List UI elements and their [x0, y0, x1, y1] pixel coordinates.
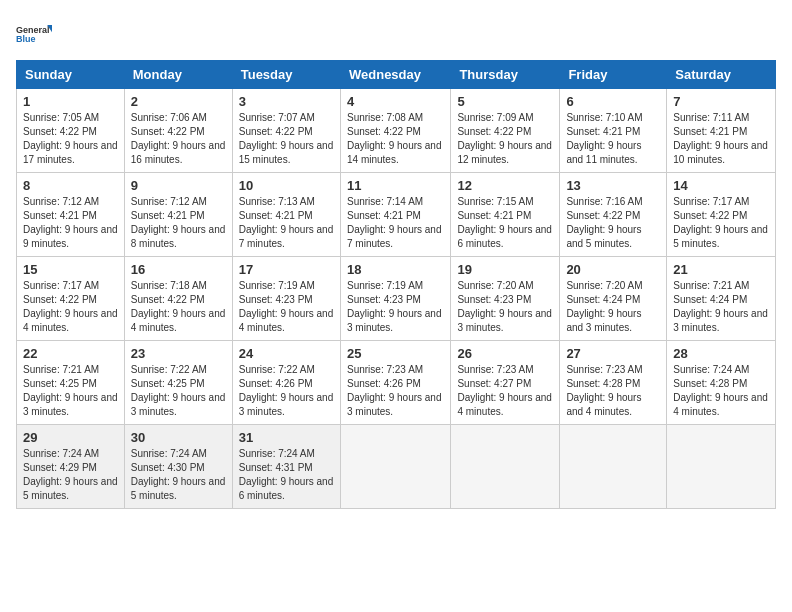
calendar-header-row: SundayMondayTuesdayWednesdayThursdayFrid…: [17, 61, 776, 89]
col-header-saturday: Saturday: [667, 61, 776, 89]
day-info: Sunrise: 7:23 AMSunset: 4:28 PMDaylight:…: [566, 363, 660, 419]
day-info: Sunrise: 7:08 AMSunset: 4:22 PMDaylight:…: [347, 111, 444, 167]
calendar-week-4: 22Sunrise: 7:21 AMSunset: 4:25 PMDayligh…: [17, 341, 776, 425]
calendar-cell: [340, 425, 450, 509]
day-number: 29: [23, 430, 118, 445]
calendar-cell: 15Sunrise: 7:17 AMSunset: 4:22 PMDayligh…: [17, 257, 125, 341]
day-info: Sunrise: 7:19 AMSunset: 4:23 PMDaylight:…: [239, 279, 334, 335]
col-header-wednesday: Wednesday: [340, 61, 450, 89]
day-info: Sunrise: 7:12 AMSunset: 4:21 PMDaylight:…: [23, 195, 118, 251]
day-number: 25: [347, 346, 444, 361]
calendar-week-5: 29Sunrise: 7:24 AMSunset: 4:29 PMDayligh…: [17, 425, 776, 509]
calendar-cell: 2Sunrise: 7:06 AMSunset: 4:22 PMDaylight…: [124, 89, 232, 173]
calendar-cell: 6Sunrise: 7:10 AMSunset: 4:21 PMDaylight…: [560, 89, 667, 173]
calendar-cell: 30Sunrise: 7:24 AMSunset: 4:30 PMDayligh…: [124, 425, 232, 509]
calendar-cell: 23Sunrise: 7:22 AMSunset: 4:25 PMDayligh…: [124, 341, 232, 425]
day-number: 30: [131, 430, 226, 445]
calendar-cell: 14Sunrise: 7:17 AMSunset: 4:22 PMDayligh…: [667, 173, 776, 257]
day-info: Sunrise: 7:19 AMSunset: 4:23 PMDaylight:…: [347, 279, 444, 335]
day-info: Sunrise: 7:06 AMSunset: 4:22 PMDaylight:…: [131, 111, 226, 167]
day-number: 6: [566, 94, 660, 109]
calendar: SundayMondayTuesdayWednesdayThursdayFrid…: [16, 60, 776, 509]
day-info: Sunrise: 7:23 AMSunset: 4:27 PMDaylight:…: [457, 363, 553, 419]
day-number: 26: [457, 346, 553, 361]
day-info: Sunrise: 7:12 AMSunset: 4:21 PMDaylight:…: [131, 195, 226, 251]
day-info: Sunrise: 7:17 AMSunset: 4:22 PMDaylight:…: [673, 195, 769, 251]
calendar-week-2: 8Sunrise: 7:12 AMSunset: 4:21 PMDaylight…: [17, 173, 776, 257]
day-number: 21: [673, 262, 769, 277]
calendar-cell: 24Sunrise: 7:22 AMSunset: 4:26 PMDayligh…: [232, 341, 340, 425]
col-header-friday: Friday: [560, 61, 667, 89]
calendar-cell: 19Sunrise: 7:20 AMSunset: 4:23 PMDayligh…: [451, 257, 560, 341]
svg-text:Blue: Blue: [16, 34, 36, 44]
day-info: Sunrise: 7:24 AMSunset: 4:28 PMDaylight:…: [673, 363, 769, 419]
calendar-cell: 20Sunrise: 7:20 AMSunset: 4:24 PMDayligh…: [560, 257, 667, 341]
day-info: Sunrise: 7:05 AMSunset: 4:22 PMDaylight:…: [23, 111, 118, 167]
day-info: Sunrise: 7:21 AMSunset: 4:24 PMDaylight:…: [673, 279, 769, 335]
page-container: General Blue SundayMondayTuesdayWednesda…: [16, 16, 776, 509]
logo-icon: General Blue: [16, 16, 52, 52]
day-info: Sunrise: 7:14 AMSunset: 4:21 PMDaylight:…: [347, 195, 444, 251]
day-info: Sunrise: 7:22 AMSunset: 4:26 PMDaylight:…: [239, 363, 334, 419]
col-header-tuesday: Tuesday: [232, 61, 340, 89]
day-info: Sunrise: 7:17 AMSunset: 4:22 PMDaylight:…: [23, 279, 118, 335]
day-number: 5: [457, 94, 553, 109]
day-info: Sunrise: 7:23 AMSunset: 4:26 PMDaylight:…: [347, 363, 444, 419]
calendar-cell: 22Sunrise: 7:21 AMSunset: 4:25 PMDayligh…: [17, 341, 125, 425]
day-number: 23: [131, 346, 226, 361]
day-number: 7: [673, 94, 769, 109]
day-number: 16: [131, 262, 226, 277]
calendar-cell: 29Sunrise: 7:24 AMSunset: 4:29 PMDayligh…: [17, 425, 125, 509]
day-number: 27: [566, 346, 660, 361]
calendar-cell: 9Sunrise: 7:12 AMSunset: 4:21 PMDaylight…: [124, 173, 232, 257]
calendar-cell: 26Sunrise: 7:23 AMSunset: 4:27 PMDayligh…: [451, 341, 560, 425]
day-info: Sunrise: 7:13 AMSunset: 4:21 PMDaylight:…: [239, 195, 334, 251]
calendar-cell: 4Sunrise: 7:08 AMSunset: 4:22 PMDaylight…: [340, 89, 450, 173]
day-number: 12: [457, 178, 553, 193]
calendar-cell: 18Sunrise: 7:19 AMSunset: 4:23 PMDayligh…: [340, 257, 450, 341]
calendar-cell: 10Sunrise: 7:13 AMSunset: 4:21 PMDayligh…: [232, 173, 340, 257]
day-info: Sunrise: 7:21 AMSunset: 4:25 PMDaylight:…: [23, 363, 118, 419]
calendar-cell: 28Sunrise: 7:24 AMSunset: 4:28 PMDayligh…: [667, 341, 776, 425]
day-number: 20: [566, 262, 660, 277]
day-info: Sunrise: 7:18 AMSunset: 4:22 PMDaylight:…: [131, 279, 226, 335]
calendar-cell: 27Sunrise: 7:23 AMSunset: 4:28 PMDayligh…: [560, 341, 667, 425]
day-number: 22: [23, 346, 118, 361]
calendar-cell: [667, 425, 776, 509]
calendar-cell: 8Sunrise: 7:12 AMSunset: 4:21 PMDaylight…: [17, 173, 125, 257]
day-number: 18: [347, 262, 444, 277]
calendar-cell: 5Sunrise: 7:09 AMSunset: 4:22 PMDaylight…: [451, 89, 560, 173]
day-info: Sunrise: 7:11 AMSunset: 4:21 PMDaylight:…: [673, 111, 769, 167]
calendar-cell: 7Sunrise: 7:11 AMSunset: 4:21 PMDaylight…: [667, 89, 776, 173]
calendar-cell: 16Sunrise: 7:18 AMSunset: 4:22 PMDayligh…: [124, 257, 232, 341]
day-number: 28: [673, 346, 769, 361]
col-header-monday: Monday: [124, 61, 232, 89]
day-info: Sunrise: 7:20 AMSunset: 4:23 PMDaylight:…: [457, 279, 553, 335]
day-info: Sunrise: 7:24 AMSunset: 4:31 PMDaylight:…: [239, 447, 334, 503]
calendar-week-3: 15Sunrise: 7:17 AMSunset: 4:22 PMDayligh…: [17, 257, 776, 341]
calendar-cell: 1Sunrise: 7:05 AMSunset: 4:22 PMDaylight…: [17, 89, 125, 173]
calendar-cell: 31Sunrise: 7:24 AMSunset: 4:31 PMDayligh…: [232, 425, 340, 509]
day-info: Sunrise: 7:24 AMSunset: 4:30 PMDaylight:…: [131, 447, 226, 503]
calendar-cell: 11Sunrise: 7:14 AMSunset: 4:21 PMDayligh…: [340, 173, 450, 257]
day-info: Sunrise: 7:20 AMSunset: 4:24 PMDaylight:…: [566, 279, 660, 335]
day-number: 31: [239, 430, 334, 445]
day-info: Sunrise: 7:22 AMSunset: 4:25 PMDaylight:…: [131, 363, 226, 419]
day-info: Sunrise: 7:07 AMSunset: 4:22 PMDaylight:…: [239, 111, 334, 167]
calendar-cell: [451, 425, 560, 509]
day-number: 2: [131, 94, 226, 109]
col-header-thursday: Thursday: [451, 61, 560, 89]
day-number: 17: [239, 262, 334, 277]
day-number: 1: [23, 94, 118, 109]
day-number: 4: [347, 94, 444, 109]
calendar-cell: 21Sunrise: 7:21 AMSunset: 4:24 PMDayligh…: [667, 257, 776, 341]
calendar-cell: 13Sunrise: 7:16 AMSunset: 4:22 PMDayligh…: [560, 173, 667, 257]
day-info: Sunrise: 7:16 AMSunset: 4:22 PMDaylight:…: [566, 195, 660, 251]
col-header-sunday: Sunday: [17, 61, 125, 89]
day-info: Sunrise: 7:10 AMSunset: 4:21 PMDaylight:…: [566, 111, 660, 167]
calendar-cell: 17Sunrise: 7:19 AMSunset: 4:23 PMDayligh…: [232, 257, 340, 341]
day-number: 3: [239, 94, 334, 109]
day-number: 24: [239, 346, 334, 361]
day-number: 9: [131, 178, 226, 193]
day-number: 19: [457, 262, 553, 277]
